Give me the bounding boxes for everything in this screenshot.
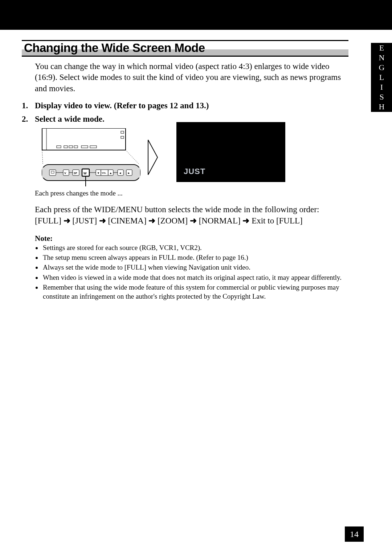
device-illustration: V SP W ▼ VOL ▲ (35, 128, 144, 186)
arrow-icon: ➜ (242, 216, 249, 225)
arrow-icon: ➜ (190, 216, 197, 225)
seq-full: [FULL] (35, 216, 61, 225)
svg-rect-0 (42, 128, 126, 150)
content-area: Changing the Wide Screen Mode You can ch… (22, 40, 348, 303)
seq-just: [JUST] (72, 216, 97, 225)
note-item: When video is viewed in a wide mode that… (42, 273, 348, 282)
svg-rect-5 (64, 146, 68, 148)
svg-rect-6 (69, 146, 73, 148)
screen-preview: JUST (176, 122, 285, 182)
svg-rect-9 (90, 146, 97, 148)
header-black-bar (0, 0, 392, 30)
step-2-number: 2. (22, 113, 35, 125)
btn-sp-label: SP (74, 172, 77, 174)
step-1-number: 1. (22, 100, 35, 111)
note-item: The setup menu screen always appears in … (42, 253, 348, 262)
steps-list: 1.Display video to view. (Refer to pages… (22, 100, 348, 301)
btn-right-label: ► (127, 171, 130, 175)
svg-rect-14 (49, 170, 56, 175)
figure-row: V SP W ▼ VOL ▲ (35, 128, 348, 186)
svg-rect-4 (57, 146, 61, 148)
btn-left-label: ◄ (119, 171, 122, 175)
svg-line-10 (42, 150, 43, 165)
seq-zoom: [ZOOM] (158, 216, 188, 225)
svg-line-11 (126, 150, 139, 165)
note-item: Always set the wide mode to [FULL] when … (42, 263, 348, 272)
language-tab-label: ENGLISH (377, 43, 386, 112)
svg-rect-2 (121, 136, 124, 138)
step-1: 1.Display video to view. (Refer to pages… (22, 100, 348, 111)
arrow-icon: ➜ (148, 216, 155, 225)
arrow-icon: ➜ (64, 216, 70, 225)
page-number: 14 (345, 526, 364, 542)
mode-order-explanation: Each press of the WIDE/MENU button selec… (35, 204, 348, 227)
note-heading: Note: (35, 234, 348, 243)
svg-rect-1 (121, 131, 124, 133)
seq-normal: [NORMAL] (199, 216, 241, 225)
language-tab: ENGLISH (371, 43, 392, 112)
btn-v-label: V (64, 171, 66, 175)
intro-paragraph: You can change the way in which normal v… (35, 61, 348, 94)
note-item: Remember that using the wide mode featur… (42, 283, 348, 301)
btn-volup-label: ▲ (109, 171, 112, 175)
step-2: 2.Select a wide mode. (22, 113, 348, 301)
explain-line1: Each press of the WIDE/MENU button selec… (35, 205, 319, 214)
btn-w-label: W (83, 171, 87, 175)
section-title-bar: Changing the Wide Screen Mode (22, 40, 348, 57)
figure-caption: Each press changes the mode ... (35, 189, 348, 197)
arrow-right-icon (147, 139, 158, 175)
btn-vol-label: VOL (102, 172, 106, 174)
step-1-text: Display video to view. (Refer to pages 1… (35, 101, 209, 110)
btn-voldown-label: ▼ (97, 171, 100, 175)
arrow-icon: ➜ (99, 216, 106, 225)
svg-marker-29 (148, 140, 158, 175)
step-2-text: Select a wide mode. (35, 114, 105, 124)
note-item: Settings are stored for each source (RGB… (42, 243, 348, 252)
svg-rect-7 (74, 146, 78, 148)
notes-list: Settings are stored for each source (RGB… (42, 243, 348, 301)
seq-cinema: [CINEMA] (108, 216, 147, 225)
screen-mode-label: JUST (184, 167, 205, 176)
svg-rect-8 (81, 146, 88, 148)
page: ENGLISH Changing the Wide Screen Mode Yo… (0, 0, 392, 557)
seq-exit: Exit to [FULL] (252, 216, 303, 225)
section-title: Changing the Wide Screen Mode (24, 41, 346, 55)
